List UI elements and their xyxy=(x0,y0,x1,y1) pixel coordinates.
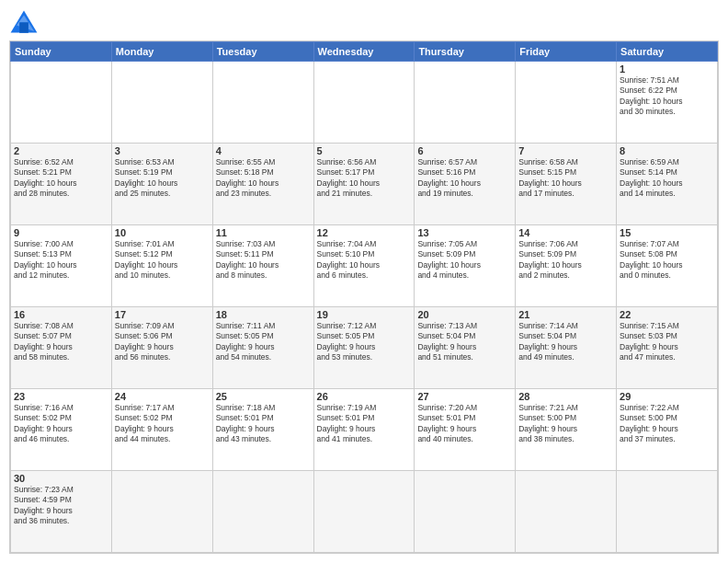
day-info: Sunrise: 7:14 AM Sunset: 5:04 PM Dayligh… xyxy=(518,321,613,363)
day-number: 7 xyxy=(518,145,613,156)
day-cell: 12Sunrise: 7:04 AM Sunset: 5:10 PM Dayli… xyxy=(313,225,415,307)
day-info: Sunrise: 7:17 AM Sunset: 5:02 PM Dayligh… xyxy=(115,403,210,445)
day-cell: 7Sunrise: 6:58 AM Sunset: 5:15 PM Daylig… xyxy=(516,144,617,225)
day-cell: 6Sunrise: 6:57 AM Sunset: 5:16 PM Daylig… xyxy=(415,144,516,225)
day-number: 15 xyxy=(620,227,714,238)
day-cell xyxy=(11,62,112,144)
svg-rect-3 xyxy=(19,22,28,32)
day-cell xyxy=(313,471,415,553)
page: SundayMondayTuesdayWednesdayThursdayFrid… xyxy=(0,0,728,563)
day-cell: 21Sunrise: 7:14 AM Sunset: 5:04 PM Dayli… xyxy=(516,307,617,389)
day-number: 3 xyxy=(115,145,210,156)
day-cell xyxy=(111,62,212,144)
day-number: 2 xyxy=(14,145,108,156)
day-info: Sunrise: 6:53 AM Sunset: 5:19 PM Dayligh… xyxy=(115,157,210,200)
day-cell: 29Sunrise: 7:22 AM Sunset: 5:00 PM Dayli… xyxy=(617,389,718,471)
day-cell xyxy=(212,62,313,144)
day-cell: 19Sunrise: 7:12 AM Sunset: 5:05 PM Dayli… xyxy=(313,307,415,389)
day-number: 21 xyxy=(518,309,613,320)
weekday-header-row: SundayMondayTuesdayWednesdayThursdayFrid… xyxy=(11,42,718,62)
day-number: 22 xyxy=(620,309,714,320)
day-number: 4 xyxy=(216,145,311,156)
day-info: Sunrise: 6:56 AM Sunset: 5:17 PM Dayligh… xyxy=(317,157,412,200)
day-cell: 9Sunrise: 7:00 AM Sunset: 5:13 PM Daylig… xyxy=(11,225,112,307)
day-info: Sunrise: 7:22 AM Sunset: 5:00 PM Dayligh… xyxy=(620,403,714,445)
day-number: 8 xyxy=(620,145,714,156)
day-info: Sunrise: 7:21 AM Sunset: 5:00 PM Dayligh… xyxy=(518,403,613,445)
day-info: Sunrise: 7:05 AM Sunset: 5:09 PM Dayligh… xyxy=(417,239,512,282)
day-number: 26 xyxy=(317,391,412,402)
day-cell xyxy=(111,471,212,553)
week-row-4: 16Sunrise: 7:08 AM Sunset: 5:07 PM Dayli… xyxy=(11,307,718,389)
day-cell: 22Sunrise: 7:15 AM Sunset: 5:03 PM Dayli… xyxy=(617,307,718,389)
day-cell: 2Sunrise: 6:52 AM Sunset: 5:21 PM Daylig… xyxy=(11,144,112,225)
day-info: Sunrise: 7:00 AM Sunset: 5:13 PM Dayligh… xyxy=(14,239,108,282)
day-info: Sunrise: 6:58 AM Sunset: 5:15 PM Dayligh… xyxy=(518,157,613,200)
day-info: Sunrise: 6:59 AM Sunset: 5:14 PM Dayligh… xyxy=(620,157,714,200)
logo xyxy=(9,9,42,35)
day-number: 5 xyxy=(317,145,412,156)
day-cell: 15Sunrise: 7:07 AM Sunset: 5:08 PM Dayli… xyxy=(617,225,718,307)
day-number: 18 xyxy=(216,309,311,320)
day-cell: 30Sunrise: 7:23 AM Sunset: 4:59 PM Dayli… xyxy=(11,471,112,553)
day-info: Sunrise: 6:55 AM Sunset: 5:18 PM Dayligh… xyxy=(216,157,311,200)
day-number: 10 xyxy=(115,227,210,238)
day-cell xyxy=(212,471,313,553)
logo-icon xyxy=(9,9,39,35)
day-cell xyxy=(415,62,516,144)
day-cell xyxy=(516,471,617,553)
day-cell: 28Sunrise: 7:21 AM Sunset: 5:00 PM Dayli… xyxy=(516,389,617,471)
weekday-tuesday: Tuesday xyxy=(212,42,313,62)
day-info: Sunrise: 6:52 AM Sunset: 5:21 PM Dayligh… xyxy=(14,157,108,200)
day-number: 27 xyxy=(417,391,512,402)
week-row-5: 23Sunrise: 7:16 AM Sunset: 5:02 PM Dayli… xyxy=(11,389,718,471)
day-cell: 23Sunrise: 7:16 AM Sunset: 5:02 PM Dayli… xyxy=(11,389,112,471)
day-number: 28 xyxy=(518,391,613,402)
day-cell: 18Sunrise: 7:11 AM Sunset: 5:05 PM Dayli… xyxy=(212,307,313,389)
day-number: 19 xyxy=(317,309,412,320)
day-cell: 25Sunrise: 7:18 AM Sunset: 5:01 PM Dayli… xyxy=(212,389,313,471)
day-cell: 4Sunrise: 6:55 AM Sunset: 5:18 PM Daylig… xyxy=(212,144,313,225)
day-info: Sunrise: 7:06 AM Sunset: 5:09 PM Dayligh… xyxy=(518,239,613,282)
day-number: 23 xyxy=(14,391,108,402)
day-cell xyxy=(415,471,516,553)
day-info: Sunrise: 7:18 AM Sunset: 5:01 PM Dayligh… xyxy=(216,403,311,445)
day-number: 13 xyxy=(417,227,512,238)
day-info: Sunrise: 7:08 AM Sunset: 5:07 PM Dayligh… xyxy=(14,321,108,363)
weekday-monday: Monday xyxy=(111,42,212,62)
day-number: 17 xyxy=(115,309,210,320)
day-info: Sunrise: 7:15 AM Sunset: 5:03 PM Dayligh… xyxy=(620,321,714,363)
day-cell: 10Sunrise: 7:01 AM Sunset: 5:12 PM Dayli… xyxy=(111,225,212,307)
day-info: Sunrise: 7:07 AM Sunset: 5:08 PM Dayligh… xyxy=(620,239,714,282)
day-cell: 16Sunrise: 7:08 AM Sunset: 5:07 PM Dayli… xyxy=(11,307,112,389)
day-number: 30 xyxy=(14,473,108,484)
day-cell xyxy=(313,62,415,144)
day-info: Sunrise: 7:13 AM Sunset: 5:04 PM Dayligh… xyxy=(417,321,512,363)
day-info: Sunrise: 7:12 AM Sunset: 5:05 PM Dayligh… xyxy=(317,321,412,363)
day-cell: 3Sunrise: 6:53 AM Sunset: 5:19 PM Daylig… xyxy=(111,144,212,225)
weekday-wednesday: Wednesday xyxy=(313,42,415,62)
day-cell: 20Sunrise: 7:13 AM Sunset: 5:04 PM Dayli… xyxy=(415,307,516,389)
day-cell: 1Sunrise: 7:51 AM Sunset: 6:22 PM Daylig… xyxy=(617,62,718,144)
day-info: Sunrise: 7:51 AM Sunset: 6:22 PM Dayligh… xyxy=(620,75,714,118)
day-cell: 27Sunrise: 7:20 AM Sunset: 5:01 PM Dayli… xyxy=(415,389,516,471)
day-cell: 24Sunrise: 7:17 AM Sunset: 5:02 PM Dayli… xyxy=(111,389,212,471)
day-number: 29 xyxy=(620,391,714,402)
day-info: Sunrise: 7:03 AM Sunset: 5:11 PM Dayligh… xyxy=(216,239,311,282)
week-row-2: 2Sunrise: 6:52 AM Sunset: 5:21 PM Daylig… xyxy=(11,144,718,225)
header xyxy=(9,9,719,35)
day-cell: 8Sunrise: 6:59 AM Sunset: 5:14 PM Daylig… xyxy=(617,144,718,225)
day-number: 9 xyxy=(14,227,108,238)
day-number: 6 xyxy=(417,145,512,156)
calendar: SundayMondayTuesdayWednesdayThursdayFrid… xyxy=(9,40,719,554)
day-info: Sunrise: 7:20 AM Sunset: 5:01 PM Dayligh… xyxy=(417,403,512,445)
day-cell: 14Sunrise: 7:06 AM Sunset: 5:09 PM Dayli… xyxy=(516,225,617,307)
day-info: Sunrise: 7:11 AM Sunset: 5:05 PM Dayligh… xyxy=(216,321,311,363)
day-cell xyxy=(617,471,718,553)
week-row-3: 9Sunrise: 7:00 AM Sunset: 5:13 PM Daylig… xyxy=(11,225,718,307)
week-row-1: 1Sunrise: 7:51 AM Sunset: 6:22 PM Daylig… xyxy=(11,62,718,144)
day-number: 25 xyxy=(216,391,311,402)
day-number: 20 xyxy=(417,309,512,320)
day-number: 1 xyxy=(620,63,714,75)
day-info: Sunrise: 7:16 AM Sunset: 5:02 PM Dayligh… xyxy=(14,403,108,445)
